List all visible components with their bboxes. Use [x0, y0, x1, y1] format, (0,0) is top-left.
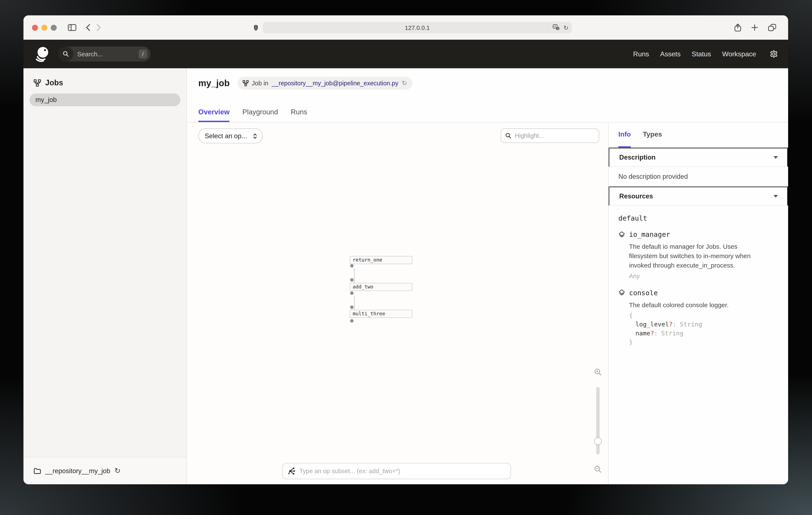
resource-type: Any	[629, 272, 779, 279]
search-placeholder: Search...	[77, 50, 139, 58]
job-tabs: Overview Playground Runs	[198, 108, 307, 122]
zoom-slider-knob[interactable]	[594, 437, 602, 445]
op-node-add-two[interactable]: add_two	[350, 283, 412, 291]
resources-section-header[interactable]: Resources	[609, 186, 788, 206]
job-header: my_job Job in _	[187, 68, 788, 123]
zoom-out-icon[interactable]	[594, 465, 602, 473]
resource-console: console The default colored console logg…	[618, 289, 779, 347]
sidebar-title: Jobs	[34, 79, 186, 87]
config-field: log_level?:String	[629, 320, 779, 329]
output-handle-add-two	[350, 292, 353, 295]
resource-config-schema: { log_level?:String name?:String }	[629, 311, 779, 347]
input-handle-multi-three	[350, 305, 353, 309]
description-section-header[interactable]: Description	[609, 147, 788, 167]
jobs-sidebar: Jobs my_job __repository__my_job ↻	[24, 68, 187, 484]
panel-tabs: Info Types	[609, 123, 788, 147]
resource-icon	[618, 289, 625, 296]
mode-label: default	[618, 214, 779, 222]
nav-workspace[interactable]: Workspace	[722, 50, 756, 58]
tab-runs[interactable]: Runs	[291, 108, 307, 122]
zoom-control	[593, 368, 603, 473]
sidebar-title-label: Jobs	[45, 79, 63, 87]
privacy-shield-icon[interactable]	[253, 24, 258, 31]
url-text: 127.0.0.1	[263, 24, 572, 31]
input-handle-add-two	[350, 278, 353, 281]
app-header: Search... / Runs Assets Status Workspace	[24, 40, 788, 68]
tab-overview-icon[interactable]	[768, 24, 776, 31]
panel-tab-types[interactable]: Types	[643, 129, 662, 147]
page-reload-icon[interactable]: ↻	[563, 25, 569, 30]
global-search[interactable]: Search... /	[58, 47, 150, 61]
browser-sidebar-toggle-icon[interactable]	[68, 24, 76, 31]
nav-status[interactable]: Status	[692, 50, 711, 58]
tab-overview[interactable]: Overview	[198, 108, 230, 122]
zoom-in-icon[interactable]	[594, 368, 602, 376]
dagster-logo[interactable]	[34, 46, 51, 62]
highlight-search	[501, 129, 599, 143]
info-panel: Info Types Description No description pr…	[608, 123, 788, 484]
repository-refresh-icon[interactable]: ↻	[115, 467, 121, 475]
job-badge-icon	[242, 80, 249, 86]
resource-io-manager: io_manager The default io manager for Jo…	[618, 231, 779, 279]
resource-name: io_manager	[629, 231, 670, 239]
op-node-multi-three[interactable]: multi_three	[350, 310, 412, 318]
back-icon[interactable]	[86, 24, 90, 31]
nav-runs[interactable]: Runs	[633, 50, 649, 58]
badge-prefix: Job in	[252, 80, 268, 87]
search-shortcut-key: /	[139, 50, 147, 58]
app-nav: Runs Assets Status Workspace	[633, 50, 778, 58]
highlight-input[interactable]	[515, 132, 594, 139]
svg-text:文: 文	[557, 27, 559, 30]
page-title: my_job	[198, 78, 230, 88]
op-node-return-one[interactable]: return_one	[350, 256, 412, 264]
edge-add-two-multi-three	[354, 296, 355, 310]
op-graph-canvas[interactable]: Select an op... return_one add_two	[187, 123, 608, 484]
toolbar-right-cluster	[734, 24, 776, 32]
close-window-button[interactable]	[32, 25, 38, 30]
forward-icon[interactable]	[96, 24, 101, 31]
op-selector-label: Select an op...	[205, 132, 247, 140]
resource-name: console	[629, 289, 658, 297]
address-zone: 127.0.0.1 A文 ↻	[101, 22, 724, 33]
job-origin-badge: Job in __repository__my_job@pipeline_exe…	[237, 77, 412, 90]
search-icon	[58, 47, 74, 61]
description-empty-text: No description provided	[609, 167, 788, 186]
highlight-search-icon	[505, 133, 511, 139]
jobs-icon	[34, 79, 41, 87]
edge-return-one-add-two	[354, 268, 355, 283]
sidebar-footer: __repository__my_job ↻	[24, 457, 186, 484]
chevron-down-icon	[774, 195, 778, 197]
job-reload-icon[interactable]: ↻	[402, 79, 407, 87]
updown-caret-icon	[253, 133, 257, 139]
share-icon[interactable]	[734, 24, 741, 32]
browser-toolbar: 127.0.0.1 A文 ↻	[24, 16, 788, 40]
new-tab-icon[interactable]	[751, 24, 758, 31]
address-bar[interactable]: 127.0.0.1 A文 ↻	[263, 22, 572, 33]
config-field: name?:String	[629, 329, 779, 338]
sidebar-item-my-job[interactable]: my_job	[29, 93, 180, 106]
graph-query-icon	[288, 467, 295, 475]
zoom-window-button[interactable]	[51, 25, 57, 30]
chevron-down-icon	[774, 156, 778, 159]
resource-description: The default colored console logger.	[629, 300, 762, 309]
op-selector-dropdown[interactable]: Select an op...	[198, 129, 263, 143]
op-subset-filter	[282, 463, 511, 479]
tab-playground[interactable]: Playground	[242, 108, 278, 122]
panel-tab-info[interactable]: Info	[618, 129, 631, 147]
resource-icon	[618, 231, 625, 238]
nav-assets[interactable]: Assets	[660, 50, 680, 58]
folder-icon	[34, 468, 41, 474]
output-handle-multi-three	[350, 319, 353, 323]
window-controls	[32, 25, 57, 30]
translate-icon[interactable]: A文	[553, 24, 560, 31]
op-subset-input[interactable]	[299, 468, 505, 475]
output-handle-return-one	[350, 264, 353, 268]
gear-icon[interactable]	[770, 50, 778, 58]
desktop-background: 127.0.0.1 A文 ↻	[0, 0, 812, 515]
browser-window: 127.0.0.1 A文 ↻	[24, 16, 788, 484]
repository-label: __repository__my_job	[45, 467, 110, 475]
minimize-window-button[interactable]	[41, 25, 47, 30]
resource-description: The default io manager for Jobs. Uses fi…	[629, 242, 762, 270]
zoom-slider-track[interactable]	[596, 387, 600, 454]
badge-repo-link[interactable]: __repository__my_job@pipeline_execution.…	[272, 80, 398, 87]
